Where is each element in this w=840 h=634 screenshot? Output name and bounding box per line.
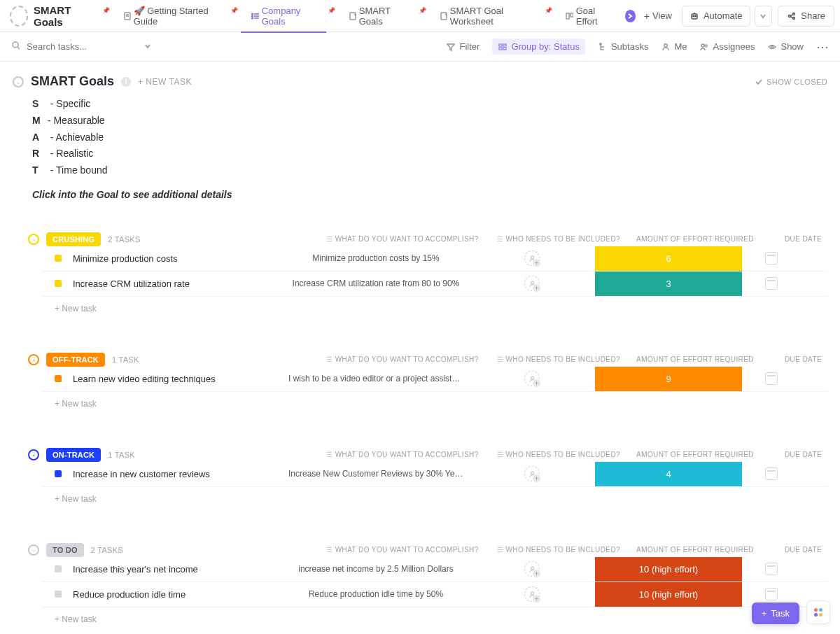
task-row[interactable]: Minimize production costs Minimize produ… — [42, 246, 827, 272]
col-included[interactable]: ☰WHO NEEDS TO BE INCLUDED? — [496, 355, 622, 363]
group-by-button[interactable]: Group by: Status — [492, 38, 585, 55]
col-included[interactable]: ☰WHO NEEDS TO BE INCLUDED? — [496, 451, 622, 458]
task-duedate[interactable] — [742, 277, 801, 290]
col-accomplish[interactable]: ☰WHAT DO YOU WANT TO ACCOMPLISH? — [309, 451, 496, 458]
tab-smart-goals[interactable]: SMART Goals — [338, 0, 417, 32]
assignees-label: Assignees — [713, 41, 755, 52]
col-duedate[interactable]: DUE DATE — [769, 355, 827, 363]
status-pill[interactable]: ON-TRACK — [46, 448, 101, 462]
task-row[interactable]: Increase this year's net income increase… — [42, 557, 827, 582]
chevron-down-icon[interactable] — [144, 43, 151, 51]
info-icon[interactable]: i — [121, 77, 131, 87]
calendar-icon — [765, 588, 778, 600]
add-view-button[interactable]: + View — [637, 6, 679, 27]
new-task-fab[interactable]: + Task — [752, 603, 799, 624]
task-effort[interactable]: 4 — [595, 462, 742, 486]
col-included[interactable]: ☰WHO NEEDS TO BE INCLUDED? — [496, 546, 622, 554]
filter-button[interactable]: Filter — [446, 41, 479, 52]
task-assignee[interactable] — [469, 561, 595, 577]
col-effort[interactable]: AMOUNT OF EFFORT REQUIRED — [622, 546, 769, 554]
task-assignee[interactable] — [469, 251, 595, 266]
col-effort[interactable]: AMOUNT OF EFFORT REQUIRED — [622, 451, 769, 458]
task-name[interactable]: Increase in new customer reviews — [73, 469, 283, 479]
assignee-add-icon[interactable] — [524, 466, 540, 481]
tab-getting-started[interactable]: 🚀 Getting Started Guide — [113, 0, 229, 32]
task-name[interactable]: Reduce production idle time — [73, 589, 283, 600]
task-row[interactable]: Learn new video editing techniques I wis… — [42, 367, 827, 392]
svg-point-35 — [531, 376, 533, 379]
task-assignee[interactable] — [469, 466, 595, 481]
share-icon — [787, 11, 797, 21]
status-pill[interactable]: TO DO — [46, 543, 84, 557]
col-effort[interactable]: AMOUNT OF EFFORT REQUIRED — [622, 355, 769, 363]
assignee-add-icon[interactable] — [524, 561, 540, 577]
assignee-add-icon[interactable] — [524, 586, 540, 602]
group-collapse-toggle[interactable]: ⌄ — [28, 234, 39, 245]
new-task-row[interactable]: + New task — [55, 392, 827, 416]
show-closed-button[interactable]: SHOW CLOSED — [755, 78, 827, 86]
task-duedate[interactable] — [742, 372, 801, 385]
col-duedate[interactable]: DUE DATE — [769, 546, 827, 554]
calendar-icon — [765, 563, 778, 575]
apps-fab[interactable] — [806, 600, 830, 624]
new-task-hint[interactable]: + NEW TASK — [138, 77, 192, 87]
col-accomplish[interactable]: ☰WHAT DO YOU WANT TO ACCOMPLISH? — [309, 235, 496, 243]
task-row[interactable]: Increase in new customer reviews Increas… — [42, 462, 827, 487]
search-input[interactable] — [27, 41, 125, 52]
col-accomplish[interactable]: ☰WHAT DO YOU WANT TO ACCOMPLISH? — [309, 546, 496, 554]
svg-point-30 — [701, 44, 704, 47]
group-collapse-toggle[interactable]: ⌄ — [28, 449, 39, 460]
task-name[interactable]: Increase CRM utilization rate — [73, 279, 283, 289]
group-collapse-toggle[interactable]: ⌄ — [28, 354, 39, 365]
task-assignee[interactable] — [469, 586, 595, 602]
task-duedate[interactable] — [742, 563, 801, 575]
status-pill[interactable]: CRUSHING — [46, 232, 101, 246]
group-collapse-toggle[interactable]: ⌄ — [28, 544, 39, 556]
tab-goal-effort[interactable]: Goal Effort — [555, 0, 622, 32]
share-button[interactable]: Share — [778, 6, 834, 27]
new-task-row[interactable]: + New task — [55, 607, 827, 631]
task-duedate[interactable] — [742, 588, 801, 600]
section-collapse-toggle[interactable]: ⌄ — [13, 76, 24, 87]
new-task-row[interactable]: + New task — [55, 297, 827, 320]
show-button[interactable]: Show — [767, 41, 804, 52]
col-duedate[interactable]: DUE DATE — [769, 451, 827, 458]
task-assignee[interactable] — [469, 371, 595, 386]
fab-task-label: Task — [771, 608, 790, 619]
tab-label: 🚀 Getting Started Guide — [134, 6, 219, 27]
subtasks-button[interactable]: Subtasks — [598, 41, 648, 52]
assignee-add-icon[interactable] — [524, 371, 540, 386]
status-pill[interactable]: OFF-TRACK — [46, 353, 105, 367]
assignees-button[interactable]: Assignees — [699, 41, 755, 52]
assignee-add-icon[interactable] — [524, 251, 540, 266]
col-duedate[interactable]: DUE DATE — [769, 235, 827, 243]
task-duedate[interactable] — [742, 252, 801, 265]
me-button[interactable]: Me — [661, 41, 687, 52]
task-name[interactable]: Minimize production costs — [73, 253, 283, 264]
task-effort[interactable]: 9 — [595, 367, 742, 391]
new-task-row[interactable]: + New task — [55, 487, 827, 511]
task-assignee[interactable] — [469, 276, 595, 291]
task-effort[interactable]: 3 — [595, 272, 742, 296]
col-accomplish[interactable]: ☰WHAT DO YOU WANT TO ACCOMPLISH? — [309, 355, 496, 363]
col-effort[interactable]: AMOUNT OF EFFORT REQUIRED — [622, 235, 769, 243]
tab-smart-goal-worksheet[interactable]: SMART Goal Worksheet — [429, 0, 543, 32]
task-name[interactable]: Learn new video editing techniques — [73, 374, 283, 384]
task-row[interactable]: Increase CRM utilization rate Increase C… — [42, 272, 827, 297]
task-effort[interactable]: 6 — [595, 246, 742, 271]
col-included[interactable]: ☰WHO NEEDS TO BE INCLUDED? — [496, 235, 622, 243]
task-duedate[interactable] — [742, 467, 801, 480]
more-tabs-indicator[interactable] — [625, 10, 636, 22]
click-hint: Click into the Goal to see additional de… — [32, 189, 827, 200]
task-row[interactable]: Reduce production idle time Reduce produ… — [42, 582, 827, 607]
automate-button[interactable]: Automate — [682, 6, 750, 27]
task-effort[interactable]: 10 (high effort) — [595, 557, 742, 582]
more-options-button[interactable]: ⋯ — [816, 39, 829, 55]
automate-dropdown[interactable] — [755, 6, 773, 27]
search-box[interactable] — [11, 41, 151, 52]
task-effort[interactable]: 10 (high effort) — [595, 582, 742, 607]
calendar-icon — [765, 467, 778, 480]
tab-company-goals[interactable]: Company Goals — [241, 0, 326, 32]
assignee-add-icon[interactable] — [524, 276, 540, 291]
task-name[interactable]: Increase this year's net income — [73, 564, 283, 575]
